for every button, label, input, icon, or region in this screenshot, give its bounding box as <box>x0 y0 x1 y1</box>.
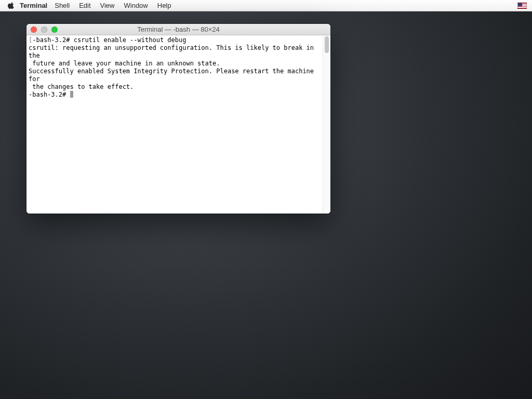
window-title: Terminal — -bash — 80×24 <box>137 25 220 33</box>
menu-shell[interactable]: Shell <box>55 2 70 9</box>
menu-view[interactable]: View <box>100 2 115 9</box>
minimize-button[interactable] <box>41 26 47 33</box>
menu-window[interactable]: Window <box>124 2 148 9</box>
active-app-name[interactable]: Terminal <box>20 2 47 9</box>
menu-help[interactable]: Help <box>157 2 171 9</box>
output-line-4: the changes to take effect. <box>29 83 134 90</box>
window-controls <box>31 26 58 33</box>
window-titlebar[interactable]: Terminal — -bash — 80×24 <box>26 24 330 35</box>
apple-menu-icon[interactable] <box>7 2 15 9</box>
scrollbar-track[interactable] <box>323 35 330 214</box>
terminal-body: [-bash-3.2# csrutil enable --without deb… <box>26 35 330 214</box>
output-line-3: Successfully enabled System Integrity Pr… <box>29 68 317 83</box>
close-button[interactable] <box>31 26 37 33</box>
input-source-flag-icon[interactable] <box>517 3 527 9</box>
text-cursor-icon <box>70 91 73 98</box>
terminal-window: Terminal — -bash — 80×24 [-bash-3.2# csr… <box>26 24 330 214</box>
scrollbar-thumb[interactable] <box>325 36 329 53</box>
menu-edit[interactable]: Edit <box>79 2 90 9</box>
menu-bar: Terminal Shell Edit View Window Help <box>0 0 532 11</box>
output-line-1: csrutil: requesting an unsupported confi… <box>29 44 317 59</box>
prompt-1: -bash-3.2# <box>32 36 73 44</box>
output-line-2: future and leave your machine in an unkn… <box>29 60 220 67</box>
zoom-button[interactable] <box>51 26 58 33</box>
prompt-2: -bash-3.2# <box>29 91 70 98</box>
command-1: csrutil enable --without debug <box>74 36 187 44</box>
terminal-output[interactable]: [-bash-3.2# csrutil enable --without deb… <box>26 35 323 214</box>
